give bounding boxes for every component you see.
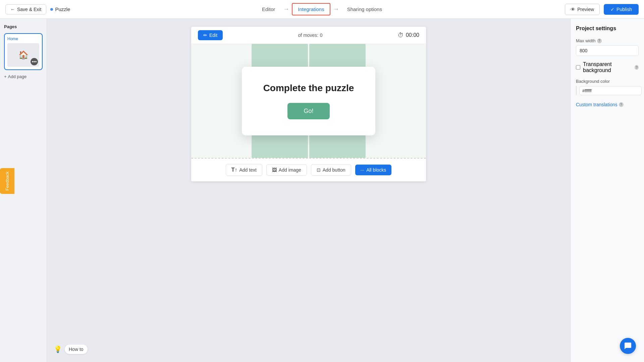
check-icon: ✓: [610, 7, 614, 12]
main-area: Pages Home 🏠 ••• + Add page ✏ Edit: [0, 19, 644, 362]
bg-color-label: Background color: [576, 79, 639, 84]
max-width-input[interactable]: [576, 45, 639, 56]
transparent-bg-row: Transparent background ?: [576, 61, 639, 73]
nav-right: 👁 Preview ✓ Publish: [565, 4, 639, 15]
bottom-toolbar: T↑ Add text 🖼 Add image ⊡ Add button ···…: [191, 158, 426, 181]
nav-center-tabs: Editor → Integrations → Sharing options: [257, 3, 387, 15]
project-dot: [50, 8, 53, 11]
nav-left: ← Save & Exit Puzzle: [5, 4, 70, 14]
tab-integrations[interactable]: Integrations: [292, 3, 330, 15]
moves-display: of moves: 0: [298, 32, 323, 38]
canvas-toolbar: ✏ Edit of moves: 0 ⏱ 00:00: [191, 27, 426, 44]
arrow-right-icon-1: →: [283, 6, 289, 13]
pages-title: Pages: [4, 24, 43, 29]
modal-card: Complete the puzzle Go!: [242, 67, 376, 135]
go-button[interactable]: Go!: [287, 103, 329, 119]
top-navigation: ← Save & Exit Puzzle Editor → Integratio…: [0, 0, 644, 19]
puzzle-area: Complete the puzzle Go!: [191, 44, 426, 158]
save-exit-button[interactable]: ← Save & Exit: [5, 4, 46, 14]
timer-value: 00:00: [406, 32, 419, 38]
pencil-icon: ✏: [203, 33, 207, 38]
modal-overlay: Complete the puzzle Go!: [191, 44, 426, 158]
plus-icon: +: [4, 74, 7, 79]
how-to-bar[interactable]: 💡 How to: [54, 345, 88, 354]
page-more-button[interactable]: •••: [31, 58, 38, 65]
bulb-icon: 💡: [54, 345, 62, 353]
timer-icon: ⏱: [398, 32, 404, 39]
page-card-home-thumb: 🏠 •••: [7, 43, 39, 67]
publish-button[interactable]: ✓ Publish: [604, 4, 639, 15]
project-name: Puzzle: [50, 6, 70, 12]
settings-title: Project settings: [576, 25, 639, 32]
home-icon: 🏠: [18, 50, 29, 60]
modal-title: Complete the puzzle: [263, 83, 354, 94]
chat-icon: [624, 342, 632, 350]
edit-button[interactable]: ✏ Edit: [198, 30, 223, 40]
tab-editor[interactable]: Editor: [257, 4, 280, 15]
bg-color-input-row: [576, 86, 639, 95]
color-hex-input[interactable]: [579, 86, 642, 95]
arrow-right-icon-2: →: [333, 6, 339, 13]
all-blocks-button[interactable]: ··· All blocks: [355, 165, 392, 175]
right-sidebar: Project settings Max width ? Transparent…: [570, 19, 644, 362]
blocks-icon: ···: [361, 167, 365, 173]
add-image-button[interactable]: 🖼 Add image: [266, 164, 307, 176]
custom-translations-link[interactable]: Custom translations ?: [576, 102, 639, 107]
transparent-bg-label: Transparent background: [583, 61, 632, 73]
add-page-button[interactable]: + Add page: [4, 73, 43, 80]
canvas-wrapper: ✏ Edit of moves: 0 ⏱ 00:00: [191, 27, 426, 181]
max-width-label: Max width ?: [576, 38, 639, 43]
arrow-left-icon: ←: [10, 7, 15, 12]
custom-translations-help-icon[interactable]: ?: [619, 102, 624, 107]
color-swatch[interactable]: [576, 86, 577, 95]
how-to-text: How to: [65, 345, 88, 354]
preview-button[interactable]: 👁 Preview: [565, 4, 600, 15]
chat-fab-button[interactable]: [620, 338, 636, 354]
page-card-home[interactable]: Home 🏠 •••: [4, 33, 43, 70]
text-icon: T↑: [231, 167, 237, 173]
more-dots-icon: •••: [32, 59, 37, 64]
transparent-bg-help-icon[interactable]: ?: [635, 65, 639, 70]
feedback-tab[interactable]: Feedback: [0, 168, 14, 194]
moves-count: 0: [320, 33, 323, 38]
canvas-area: ✏ Edit of moves: 0 ⏱ 00:00: [47, 19, 570, 362]
image-icon: 🖼: [272, 167, 277, 173]
add-button-button[interactable]: ⊡ Add button: [311, 164, 351, 176]
button-icon: ⊡: [317, 167, 321, 173]
timer-display: ⏱ 00:00: [398, 32, 419, 39]
add-text-button[interactable]: T↑ Add text: [226, 164, 262, 176]
save-exit-label: Save & Exit: [17, 7, 41, 12]
tab-sharing-options[interactable]: Sharing options: [342, 4, 387, 15]
bg-color-row: Background color: [576, 79, 639, 95]
page-card-home-label: Home: [7, 37, 39, 41]
transparent-bg-checkbox[interactable]: [576, 65, 580, 70]
eye-icon: 👁: [571, 7, 575, 12]
moves-label: of moves:: [298, 33, 319, 38]
max-width-help-icon[interactable]: ?: [597, 39, 602, 43]
